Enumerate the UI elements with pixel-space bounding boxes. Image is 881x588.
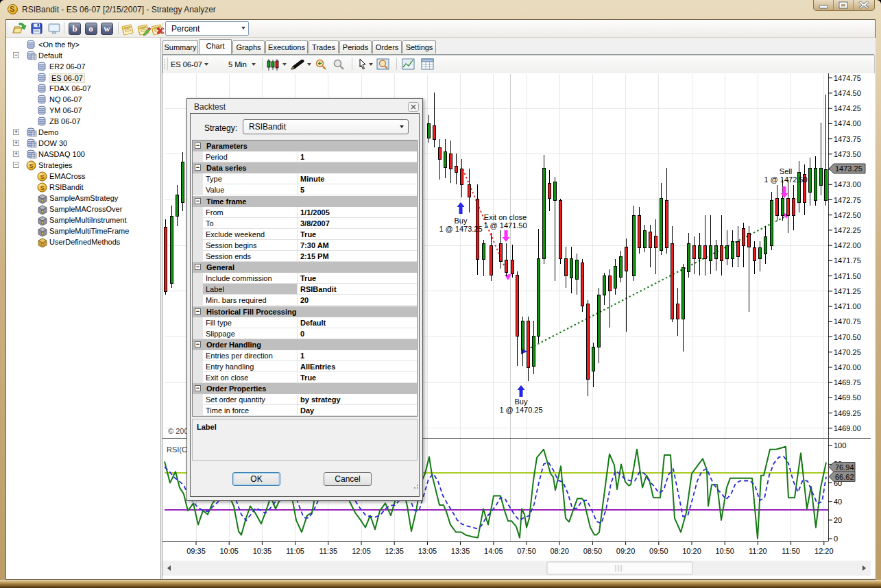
- svg-text:1470.00: 1470.00: [834, 363, 861, 371]
- svg-text:1474.00: 1474.00: [834, 119, 861, 127]
- svg-text:08:50: 08:50: [583, 547, 603, 555]
- svg-text:1472.50: 1472.50: [834, 211, 861, 219]
- svg-text:Exit on close: Exit on close: [484, 213, 527, 221]
- svg-text:S: S: [40, 184, 44, 191]
- svg-text:1473.50: 1473.50: [834, 150, 861, 158]
- svg-text:13:35: 13:35: [451, 547, 470, 555]
- svg-text:1472.00: 1472.00: [834, 241, 861, 249]
- svg-text:Sell: Sell: [780, 167, 792, 175]
- svg-text:1473.00: 1473.00: [834, 180, 861, 188]
- svg-text:1469.75: 1469.75: [834, 378, 861, 387]
- svg-text:1 @ 1471.50: 1 @ 1471.50: [483, 221, 527, 230]
- svg-text:10:50: 10:50: [715, 547, 734, 555]
- svg-text:40: 40: [834, 498, 842, 506]
- svg-text:20: 20: [834, 516, 842, 524]
- svg-text:1474.75: 1474.75: [834, 74, 861, 82]
- svg-text:1470.25: 1470.25: [834, 348, 861, 356]
- svg-text:Buy: Buy: [515, 397, 528, 406]
- svg-text:10:20: 10:20: [682, 547, 701, 555]
- svg-text:1471.50: 1471.50: [834, 272, 861, 280]
- svg-text:14:05: 14:05: [484, 547, 503, 555]
- svg-text:1472.25: 1472.25: [834, 226, 861, 234]
- svg-text:76.94: 76.94: [835, 463, 854, 471]
- svg-text:09:35: 09:35: [186, 547, 206, 555]
- svg-text:11:20: 11:20: [749, 547, 767, 555]
- svg-text:1474.25: 1474.25: [834, 104, 861, 112]
- svg-text:09:50: 09:50: [649, 547, 668, 555]
- svg-text:1473.75: 1473.75: [834, 135, 861, 143]
- svg-text:11:35: 11:35: [319, 547, 337, 555]
- svg-text:1473.25: 1473.25: [835, 164, 862, 173]
- svg-text:09:20: 09:20: [616, 547, 636, 555]
- svg-text:07:50: 07:50: [517, 547, 536, 555]
- svg-text:1470.50: 1470.50: [834, 333, 861, 341]
- svg-text:1 @ 1473.25: 1 @ 1473.25: [439, 225, 482, 233]
- svg-text:1472.75: 1472.75: [834, 196, 861, 204]
- svg-text:11:05: 11:05: [286, 547, 304, 555]
- svg-text:1470.75: 1470.75: [834, 317, 861, 326]
- svg-text:12:20: 12:20: [814, 547, 834, 555]
- svg-text:S: S: [29, 162, 33, 169]
- svg-text:100: 100: [834, 441, 846, 450]
- svg-text:08:20: 08:20: [550, 547, 569, 555]
- svg-text:1469.50: 1469.50: [834, 393, 861, 402]
- svg-text:1474.50: 1474.50: [834, 89, 861, 97]
- svg-text:Buy: Buy: [455, 217, 468, 225]
- svg-text:12:05: 12:05: [352, 547, 371, 555]
- svg-text:1 @ 1472.50: 1 @ 1472.50: [764, 175, 807, 184]
- svg-text:0: 0: [834, 535, 838, 543]
- svg-text:10:05: 10:05: [219, 547, 239, 555]
- svg-text:1469.00: 1469.00: [834, 424, 861, 432]
- svg-text:66.62: 66.62: [835, 473, 854, 481]
- svg-text:10:35: 10:35: [253, 547, 272, 555]
- svg-text:S: S: [40, 173, 44, 180]
- svg-text:11:50: 11:50: [782, 547, 800, 555]
- svg-text:13:05: 13:05: [418, 547, 437, 555]
- svg-text:12:35: 12:35: [385, 547, 404, 555]
- svg-text:1471.25: 1471.25: [834, 287, 861, 295]
- svg-text:1 @ 1470.25: 1 @ 1470.25: [499, 406, 542, 414]
- svg-text:1471.00: 1471.00: [834, 302, 861, 310]
- svg-text:1471.75: 1471.75: [834, 256, 861, 265]
- svg-text:1469.25: 1469.25: [834, 409, 861, 417]
